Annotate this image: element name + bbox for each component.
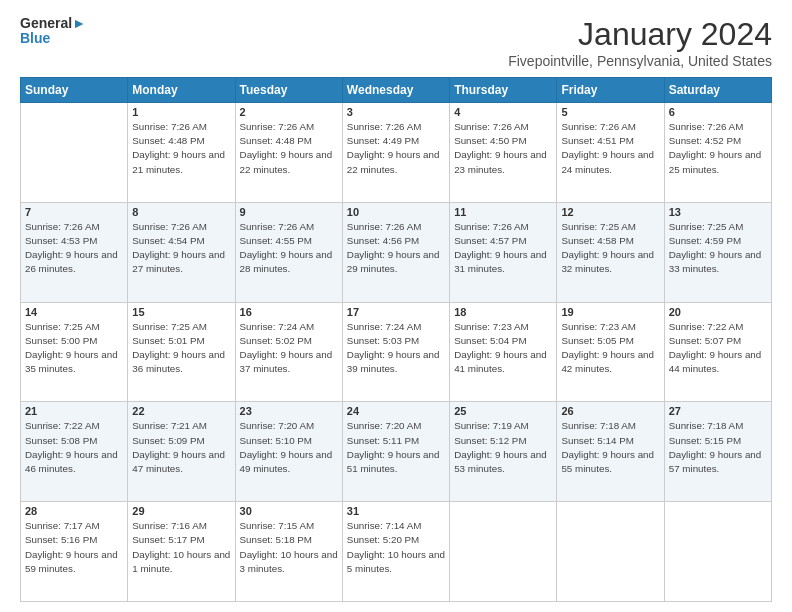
table-row: 7 Sunrise: 7:26 AMSunset: 4:53 PMDayligh… (21, 202, 128, 302)
day-number: 26 (561, 405, 659, 417)
day-detail: Sunrise: 7:26 AMSunset: 4:50 PMDaylight:… (454, 120, 552, 177)
day-detail: Sunrise: 7:26 AMSunset: 4:56 PMDaylight:… (347, 220, 445, 277)
week-row-1: 7 Sunrise: 7:26 AMSunset: 4:53 PMDayligh… (21, 202, 772, 302)
table-row: 11 Sunrise: 7:26 AMSunset: 4:57 PMDaylig… (450, 202, 557, 302)
day-number: 8 (132, 206, 230, 218)
month-title: January 2024 (508, 16, 772, 53)
day-number: 15 (132, 306, 230, 318)
title-block: January 2024 Fivepointville, Pennsylvani… (508, 16, 772, 69)
day-number: 21 (25, 405, 123, 417)
day-number: 6 (669, 106, 767, 118)
day-detail: Sunrise: 7:16 AMSunset: 5:17 PMDaylight:… (132, 519, 230, 576)
day-detail: Sunrise: 7:24 AMSunset: 5:03 PMDaylight:… (347, 320, 445, 377)
day-number: 28 (25, 505, 123, 517)
table-row: 31 Sunrise: 7:14 AMSunset: 5:20 PMDaylig… (342, 502, 449, 602)
table-row: 27 Sunrise: 7:18 AMSunset: 5:15 PMDaylig… (664, 402, 771, 502)
table-row: 30 Sunrise: 7:15 AMSunset: 5:18 PMDaylig… (235, 502, 342, 602)
table-row: 19 Sunrise: 7:23 AMSunset: 5:05 PMDaylig… (557, 302, 664, 402)
day-detail: Sunrise: 7:26 AMSunset: 4:51 PMDaylight:… (561, 120, 659, 177)
day-number: 20 (669, 306, 767, 318)
day-number: 10 (347, 206, 445, 218)
col-saturday: Saturday (664, 78, 771, 103)
table-row: 23 Sunrise: 7:20 AMSunset: 5:10 PMDaylig… (235, 402, 342, 502)
calendar-table: Sunday Monday Tuesday Wednesday Thursday… (20, 77, 772, 602)
table-row (557, 502, 664, 602)
day-detail: Sunrise: 7:25 AMSunset: 4:58 PMDaylight:… (561, 220, 659, 277)
day-detail: Sunrise: 7:25 AMSunset: 5:01 PMDaylight:… (132, 320, 230, 377)
day-number: 31 (347, 505, 445, 517)
day-number: 4 (454, 106, 552, 118)
day-detail: Sunrise: 7:14 AMSunset: 5:20 PMDaylight:… (347, 519, 445, 576)
day-number: 3 (347, 106, 445, 118)
table-row: 15 Sunrise: 7:25 AMSunset: 5:01 PMDaylig… (128, 302, 235, 402)
day-detail: Sunrise: 7:26 AMSunset: 4:49 PMDaylight:… (347, 120, 445, 177)
day-detail: Sunrise: 7:26 AMSunset: 4:48 PMDaylight:… (132, 120, 230, 177)
day-number: 7 (25, 206, 123, 218)
header: General► Blue January 2024 Fivepointvill… (20, 16, 772, 69)
table-row: 5 Sunrise: 7:26 AMSunset: 4:51 PMDayligh… (557, 103, 664, 203)
col-tuesday: Tuesday (235, 78, 342, 103)
location: Fivepointville, Pennsylvania, United Sta… (508, 53, 772, 69)
logo: General► Blue (20, 16, 86, 47)
day-detail: Sunrise: 7:15 AMSunset: 5:18 PMDaylight:… (240, 519, 338, 576)
table-row: 10 Sunrise: 7:26 AMSunset: 4:56 PMDaylig… (342, 202, 449, 302)
day-number: 27 (669, 405, 767, 417)
day-number: 24 (347, 405, 445, 417)
page: General► Blue January 2024 Fivepointvill… (0, 0, 792, 612)
table-row: 6 Sunrise: 7:26 AMSunset: 4:52 PMDayligh… (664, 103, 771, 203)
day-detail: Sunrise: 7:22 AMSunset: 5:08 PMDaylight:… (25, 419, 123, 476)
day-detail: Sunrise: 7:18 AMSunset: 5:15 PMDaylight:… (669, 419, 767, 476)
table-row (664, 502, 771, 602)
table-row: 9 Sunrise: 7:26 AMSunset: 4:55 PMDayligh… (235, 202, 342, 302)
table-row: 22 Sunrise: 7:21 AMSunset: 5:09 PMDaylig… (128, 402, 235, 502)
day-detail: Sunrise: 7:25 AMSunset: 4:59 PMDaylight:… (669, 220, 767, 277)
week-row-2: 14 Sunrise: 7:25 AMSunset: 5:00 PMDaylig… (21, 302, 772, 402)
day-number: 1 (132, 106, 230, 118)
day-number: 19 (561, 306, 659, 318)
day-number: 14 (25, 306, 123, 318)
week-row-4: 28 Sunrise: 7:17 AMSunset: 5:16 PMDaylig… (21, 502, 772, 602)
day-number: 9 (240, 206, 338, 218)
day-number: 13 (669, 206, 767, 218)
day-detail: Sunrise: 7:26 AMSunset: 4:48 PMDaylight:… (240, 120, 338, 177)
table-row: 13 Sunrise: 7:25 AMSunset: 4:59 PMDaylig… (664, 202, 771, 302)
header-row: Sunday Monday Tuesday Wednesday Thursday… (21, 78, 772, 103)
table-row: 29 Sunrise: 7:16 AMSunset: 5:17 PMDaylig… (128, 502, 235, 602)
table-row (21, 103, 128, 203)
day-number: 29 (132, 505, 230, 517)
week-row-0: 1 Sunrise: 7:26 AMSunset: 4:48 PMDayligh… (21, 103, 772, 203)
day-number: 11 (454, 206, 552, 218)
day-detail: Sunrise: 7:17 AMSunset: 5:16 PMDaylight:… (25, 519, 123, 576)
day-number: 25 (454, 405, 552, 417)
day-detail: Sunrise: 7:20 AMSunset: 5:11 PMDaylight:… (347, 419, 445, 476)
day-detail: Sunrise: 7:26 AMSunset: 4:55 PMDaylight:… (240, 220, 338, 277)
table-row: 20 Sunrise: 7:22 AMSunset: 5:07 PMDaylig… (664, 302, 771, 402)
day-number: 17 (347, 306, 445, 318)
table-row: 3 Sunrise: 7:26 AMSunset: 4:49 PMDayligh… (342, 103, 449, 203)
table-row: 18 Sunrise: 7:23 AMSunset: 5:04 PMDaylig… (450, 302, 557, 402)
table-row: 8 Sunrise: 7:26 AMSunset: 4:54 PMDayligh… (128, 202, 235, 302)
table-row: 14 Sunrise: 7:25 AMSunset: 5:00 PMDaylig… (21, 302, 128, 402)
table-row: 25 Sunrise: 7:19 AMSunset: 5:12 PMDaylig… (450, 402, 557, 502)
day-detail: Sunrise: 7:26 AMSunset: 4:53 PMDaylight:… (25, 220, 123, 277)
col-wednesday: Wednesday (342, 78, 449, 103)
day-detail: Sunrise: 7:26 AMSunset: 4:52 PMDaylight:… (669, 120, 767, 177)
day-number: 12 (561, 206, 659, 218)
day-number: 16 (240, 306, 338, 318)
day-number: 2 (240, 106, 338, 118)
table-row: 1 Sunrise: 7:26 AMSunset: 4:48 PMDayligh… (128, 103, 235, 203)
col-thursday: Thursday (450, 78, 557, 103)
day-number: 22 (132, 405, 230, 417)
day-number: 23 (240, 405, 338, 417)
day-number: 5 (561, 106, 659, 118)
table-row: 12 Sunrise: 7:25 AMSunset: 4:58 PMDaylig… (557, 202, 664, 302)
table-row: 24 Sunrise: 7:20 AMSunset: 5:11 PMDaylig… (342, 402, 449, 502)
day-detail: Sunrise: 7:25 AMSunset: 5:00 PMDaylight:… (25, 320, 123, 377)
day-detail: Sunrise: 7:24 AMSunset: 5:02 PMDaylight:… (240, 320, 338, 377)
table-row: 16 Sunrise: 7:24 AMSunset: 5:02 PMDaylig… (235, 302, 342, 402)
col-sunday: Sunday (21, 78, 128, 103)
table-row: 2 Sunrise: 7:26 AMSunset: 4:48 PMDayligh… (235, 103, 342, 203)
col-monday: Monday (128, 78, 235, 103)
day-number: 30 (240, 505, 338, 517)
day-detail: Sunrise: 7:22 AMSunset: 5:07 PMDaylight:… (669, 320, 767, 377)
